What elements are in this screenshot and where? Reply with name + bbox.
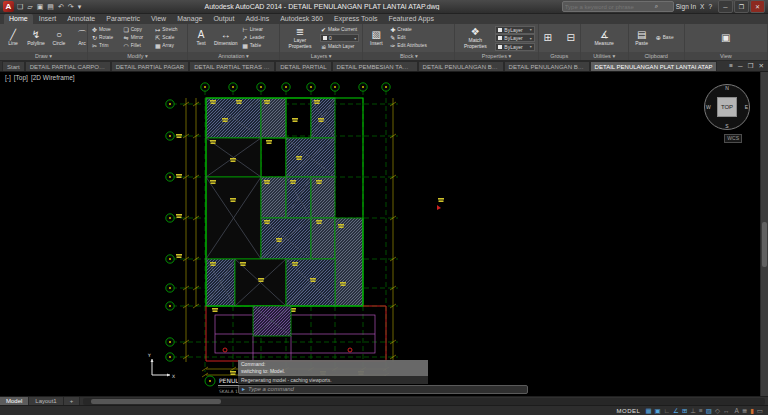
status-tool-icon[interactable]: ▭ [757, 406, 763, 415]
ribbon-tab[interactable]: View [146, 14, 171, 24]
status-toggle-icon[interactable]: ∠ [673, 406, 679, 415]
plot-icon[interactable]: ▤ [46, 1, 55, 12]
signin-button[interactable]: Sign In [676, 3, 696, 10]
doc-close-icon[interactable]: ✕ [759, 62, 764, 70]
panel-title-clipboard[interactable]: Clipboard [629, 52, 684, 60]
horizontal-scrollbar[interactable] [83, 398, 765, 405]
search-icon[interactable]: ⌕ [655, 3, 658, 10]
annotation-small-button[interactable]: ⊢ Linear [242, 27, 276, 33]
status-toggle-icon[interactable]: ⊥ [690, 406, 696, 415]
ribbon-tab[interactable]: Home [4, 14, 33, 24]
status-toggle-icon[interactable]: ▨ [706, 406, 712, 415]
command-line[interactable]: ▸ Type a command [238, 385, 528, 394]
status-toggle-icon[interactable]: ≡ [699, 406, 703, 415]
clipboard-tool-button[interactable]: ⊕ Base [655, 35, 681, 41]
modify-tool-button[interactable]: ❏ Copy [123, 27, 153, 33]
annotation-small-button[interactable]: ▦ Table [242, 43, 276, 49]
block-tool-button[interactable]: ✎ Edit [389, 35, 451, 41]
ribbon-tab[interactable]: Featured Apps [383, 14, 439, 24]
qat-dropdown-icon[interactable]: ▾ [77, 1, 83, 12]
help-icon[interactable]: ? [708, 3, 712, 10]
status-toggle-icon[interactable]: ⊞ [682, 406, 687, 415]
save-icon[interactable]: ▣ [36, 1, 45, 12]
ribbon-tab[interactable]: Parametric [101, 14, 145, 24]
status-toggle-icon[interactable]: ↔ [723, 406, 730, 415]
panel-title-block[interactable]: Block ▾ [363, 52, 454, 60]
viewcube-south[interactable]: S [725, 123, 728, 129]
group-tool-button[interactable]: ⊟ [561, 33, 581, 43]
file-tab[interactable]: DETAIL PARTIAL CARPORT [25, 61, 111, 71]
status-toggle-icon[interactable]: ▦ [645, 406, 651, 415]
draw-tool-button[interactable]: ╱ Line [3, 25, 23, 51]
make-current-button[interactable]: ✔ Make Current [320, 27, 359, 33]
status-tool-icon[interactable]: ▮ [750, 406, 754, 415]
viewport-visual-style-menu[interactable]: [2D Wireframe] [31, 74, 75, 81]
file-tab[interactable]: DETAIL PARTIAL PAGAR [111, 61, 189, 71]
doc-restore-icon[interactable]: ❐ [748, 62, 754, 70]
panel-title-properties[interactable]: Properties ▾ [455, 52, 537, 60]
status-toggle-icon[interactable]: ▣ [655, 406, 661, 415]
modify-tool-button[interactable]: ▦ Array [154, 43, 184, 49]
panel-title-modify[interactable]: Modify ▾ [88, 52, 187, 60]
ribbon-tab[interactable]: Output [208, 14, 239, 24]
draw-tool-button[interactable]: ○ Circle [49, 25, 69, 51]
block-tool-button[interactable]: ✚ Create [389, 27, 451, 33]
ribbon-tab[interactable]: Autodesk 360 [275, 14, 328, 24]
maximize-button[interactable]: ❐ [734, 0, 749, 13]
measure-button[interactable]: ∡ Measure [593, 30, 614, 46]
block-tool-button[interactable]: ✑ Edit Attributes [389, 43, 451, 49]
doc-minimize-icon[interactable]: ─ [738, 62, 743, 69]
horizontal-scrollbar-thumb[interactable] [91, 399, 221, 404]
panel-title-groups[interactable]: Groups [539, 52, 580, 60]
insert-block-button[interactable]: ▧ Insert [366, 25, 386, 51]
file-tab[interactable]: DETAIL PENULANGAN BALOK [504, 61, 590, 71]
layer-select[interactable]: 0 [320, 34, 359, 42]
vertical-scrollbar[interactable] [760, 72, 768, 396]
model-space-label[interactable]: MODEL [617, 408, 641, 414]
panel-title-utilities[interactable]: Utilities ▾ [581, 52, 628, 60]
ribbon-tab[interactable]: Add-ins [240, 14, 274, 24]
file-tab[interactable]: DETAIL PEMBESIAN TANGGA UTAMA [332, 61, 418, 71]
new-file-icon[interactable]: ❏ [16, 1, 24, 12]
match-properties-button[interactable]: ❖ Match Properties [458, 25, 492, 51]
viewcube[interactable]: N W E S TOP [704, 84, 750, 130]
ribbon-tab[interactable]: Express Tools [329, 14, 382, 24]
ribbon-tab[interactable]: Annotate [62, 14, 100, 24]
modify-tool-button[interactable]: ◠ Fillet [123, 43, 153, 49]
property-select[interactable]: ByLayer [495, 26, 534, 34]
viewcube-top-face[interactable]: TOP [717, 97, 737, 117]
viewcube-west[interactable]: W [706, 104, 711, 110]
exchange-apps-icon[interactable]: X [700, 3, 704, 10]
match-layer-button[interactable]: ≌ Match Layer [320, 44, 359, 50]
viewcube-north[interactable]: N [725, 85, 729, 91]
file-tab[interactable]: DETAIL PENULANGAN BALOK AS [418, 61, 504, 71]
file-tab-menu-icon[interactable]: ≡ [729, 62, 733, 69]
annotation-tool-button[interactable]: ↔ Dimension [213, 25, 239, 51]
modify-tool-button[interactable]: ⇋ Mirror [123, 35, 153, 41]
modify-tool-button[interactable]: ↦ Stretch [154, 27, 184, 33]
panel-title-annotation[interactable]: Annotation ▾ [188, 52, 279, 60]
ribbon-tab[interactable]: Insert [34, 14, 62, 24]
property-select[interactable]: ByLayer [495, 34, 534, 42]
panel-title-draw[interactable]: Draw ▾ [0, 52, 87, 60]
ribbon-tab[interactable]: Manage [172, 14, 207, 24]
wcs-menu[interactable]: WCS [724, 134, 742, 143]
drawing-area[interactable]: PENULANGAN PLAT LANTAI ATAP SKALA 1 : 10… [0, 72, 768, 396]
property-select[interactable]: ByLayer [495, 43, 534, 51]
open-file-icon[interactable]: ▱ [26, 1, 33, 12]
search-input[interactable] [565, 4, 653, 10]
command-input[interactable]: Type a command [248, 386, 294, 393]
panel-title-layers[interactable]: Layers ▾ [280, 52, 362, 60]
annotation-tool-button[interactable]: A Text [191, 25, 211, 51]
minimize-button[interactable]: ─ [718, 0, 733, 13]
close-button[interactable]: ✕ [750, 0, 765, 13]
viewport-view-menu[interactable]: [Top] [14, 74, 28, 81]
vertical-scrollbar-thumb[interactable] [762, 222, 767, 267]
status-tool-icon[interactable]: ≣ [742, 406, 747, 415]
viewport-menu[interactable]: [-] [5, 74, 11, 81]
file-tab[interactable]: DETAIL PENULANGAN PLAT LANTAI ATAP [590, 61, 718, 71]
annotation-small-button[interactable]: ↗ Leader [242, 35, 276, 41]
app-logo-icon[interactable]: A [3, 1, 14, 12]
viewcube-east[interactable]: E [745, 104, 748, 110]
modify-tool-button[interactable]: ⇱ Scale [154, 35, 184, 41]
